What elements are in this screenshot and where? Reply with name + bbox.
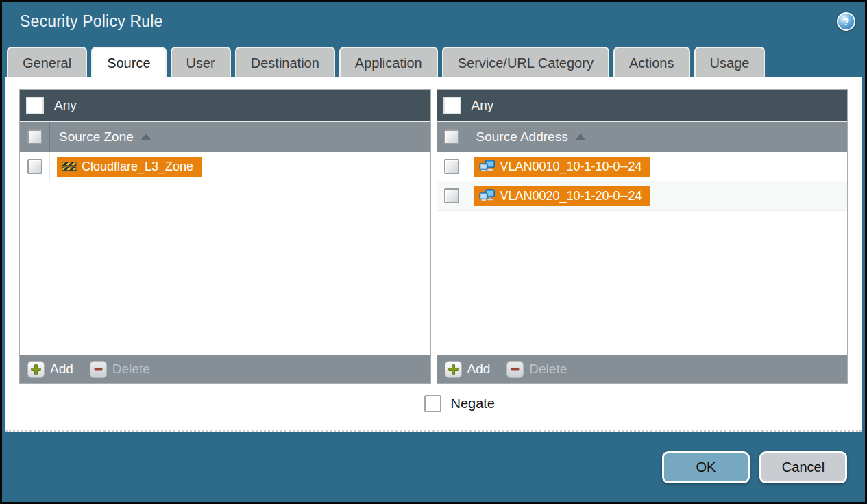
add-button[interactable]: Add <box>445 361 491 378</box>
source-address-select-all-cell <box>437 122 467 152</box>
zone-name: Cloudflare_L3_Zone <box>82 160 193 174</box>
table-row[interactable]: VLAN0010_10-1-10-0--24 <box>437 152 848 181</box>
row-checkbox[interactable] <box>444 188 459 203</box>
zone-entry[interactable]: Cloudflare_L3_Zone <box>57 157 202 177</box>
address-entry[interactable]: VLAN0020_10-1-20-0--24 <box>474 186 650 206</box>
security-policy-rule-dialog: Security Policy Rule ? General Source Us… <box>0 0 867 504</box>
tab-destination[interactable]: Destination <box>235 47 335 77</box>
row-checkbox-cell <box>437 181 467 210</box>
source-address-select-all-checkbox[interactable] <box>444 129 459 144</box>
address-name: VLAN0010_10-1-10-0--24 <box>500 160 642 174</box>
table-row[interactable]: VLAN0020_10-1-20-0--24 <box>437 181 848 211</box>
source-address-list: VLAN0010_10-1-10-0--24 VLAN0020_10-1-20-… <box>437 152 848 355</box>
help-icon[interactable]: ? <box>837 12 855 31</box>
source-address-any-label: Any <box>472 98 494 113</box>
zone-icon <box>62 160 77 173</box>
source-address-panel: Any Source Address <box>437 89 848 384</box>
address-icon <box>479 160 496 173</box>
dialog-title: Security Policy Rule <box>20 12 163 31</box>
tab-usage[interactable]: Usage <box>694 47 766 77</box>
source-address-column-title: Source Address <box>476 129 568 144</box>
source-tab-content: Any Source Zone <box>5 77 862 432</box>
delete-button[interactable]: Delete <box>90 361 150 378</box>
tab-service-url-category[interactable]: Service/URL Category <box>442 47 609 77</box>
sort-ascending-icon <box>141 134 151 140</box>
tab-actions[interactable]: Actions <box>613 47 690 77</box>
source-zone-select-all-cell <box>20 122 50 152</box>
negate-row: Negate <box>424 395 848 412</box>
add-label: Add <box>50 362 73 377</box>
source-address-any-header: Any <box>437 90 848 121</box>
delete-label: Delete <box>529 362 567 377</box>
tab-source[interactable]: Source <box>91 47 166 78</box>
add-icon <box>27 361 45 378</box>
add-label: Add <box>467 362 491 377</box>
delete-icon <box>506 361 524 378</box>
row-checkbox-cell <box>20 152 50 181</box>
source-zone-column-title: Source Zone <box>59 129 134 144</box>
address-icon <box>479 189 496 203</box>
source-zone-any-checkbox[interactable] <box>26 97 44 114</box>
source-zone-select-all-checkbox[interactable] <box>27 129 42 144</box>
source-zone-panel: Any Source Zone <box>19 89 431 384</box>
panels-container: Any Source Zone <box>19 89 848 384</box>
cancel-button[interactable]: Cancel <box>759 451 847 483</box>
table-row[interactable]: Cloudflare_L3_Zone <box>20 152 430 181</box>
help-glyph: ? <box>843 16 849 27</box>
tab-application[interactable]: Application <box>339 47 438 77</box>
dialog-button-bar: OK Cancel <box>2 432 865 502</box>
row-checkbox[interactable] <box>27 159 42 174</box>
source-zone-any-label: Any <box>54 98 77 113</box>
ok-button[interactable]: OK <box>662 451 750 483</box>
source-address-column-header[interactable]: Source Address <box>437 121 848 152</box>
delete-label: Delete <box>112 362 150 377</box>
negate-checkbox[interactable] <box>424 395 441 412</box>
source-address-footer: Add Delete <box>437 355 848 383</box>
address-entry[interactable]: VLAN0010_10-1-10-0--24 <box>474 157 650 177</box>
add-button[interactable]: Add <box>27 361 73 378</box>
row-checkbox[interactable] <box>444 159 459 174</box>
source-zone-footer: Add Delete <box>20 355 430 383</box>
address-name: VLAN0020_10-1-20-0--24 <box>500 189 642 203</box>
add-icon <box>445 361 462 378</box>
tab-user[interactable]: User <box>171 47 231 77</box>
tab-general[interactable]: General <box>7 47 87 77</box>
source-zone-column-header[interactable]: Source Zone <box>20 121 430 152</box>
row-checkbox-cell <box>437 152 467 181</box>
source-zone-any-header: Any <box>20 90 430 121</box>
delete-icon <box>90 361 107 378</box>
title-bar: Security Policy Rule ? <box>2 2 865 41</box>
source-address-any-checkbox[interactable] <box>443 97 461 114</box>
source-zone-list: Cloudflare_L3_Zone <box>20 152 430 355</box>
negate-label: Negate <box>451 396 496 412</box>
sort-ascending-icon <box>575 134 586 140</box>
delete-button[interactable]: Delete <box>506 361 567 378</box>
tab-bar: General Source User Destination Applicat… <box>2 41 865 77</box>
